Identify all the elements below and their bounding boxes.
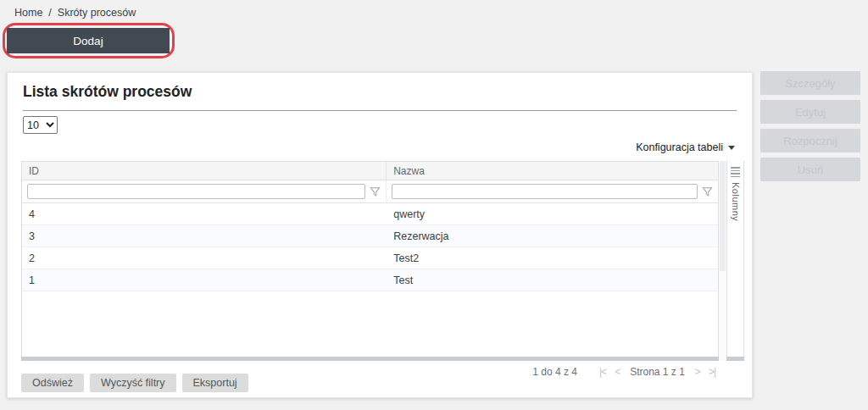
delete-button[interactable]: Usuń [760, 158, 860, 181]
export-button[interactable]: Eksportuj [182, 374, 248, 392]
column-header-nazwa[interactable]: Nazwa [387, 162, 718, 180]
last-page-button[interactable]: >| [709, 366, 715, 378]
table-config-label: Konfiguracja tabeli [636, 141, 723, 153]
cell-nazwa: qwerty [387, 203, 718, 224]
breadcrumb: Home / Skróty procesów [14, 7, 136, 19]
table-row[interactable]: 1 Test [22, 269, 718, 291]
table-row[interactable]: 2 Test2 [22, 247, 718, 269]
cell-id: 3 [22, 225, 387, 247]
page: Home / Skróty procesów Dodaj Lista skrót… [0, 0, 868, 410]
columns-tab-label: Kolumny [731, 182, 741, 221]
cell-id: 2 [22, 247, 387, 269]
refresh-button[interactable]: Odśwież [21, 374, 84, 392]
table-footer-actions: Odśwież Wyczyść filtry Eksportuj [21, 374, 248, 392]
panel-title: Lista skrótów procesów [23, 83, 192, 101]
filter-cell-nazwa [387, 180, 718, 202]
title-divider [23, 110, 737, 111]
next-page-button[interactable]: > [695, 366, 700, 378]
table-header-row: ID Nazwa [22, 162, 718, 180]
first-page-button[interactable]: |< [599, 366, 606, 378]
table-container: ID Nazwa [21, 161, 744, 361]
data-table: ID Nazwa [21, 161, 719, 361]
column-header-id[interactable]: ID [22, 162, 387, 180]
pagination-page-label: Strona 1 z 1 [630, 366, 685, 378]
add-button[interactable]: Dodaj [7, 28, 170, 53]
pagination: 1 do 4 z 4 |< < Strona 1 z 1 > >| [532, 366, 715, 378]
pagination-range-label: 1 do 4 z 4 [532, 366, 577, 378]
table-row[interactable]: 3 Rezerwacja [22, 225, 718, 247]
cell-id: 1 [22, 269, 387, 291]
page-size-select[interactable]: 10 [23, 116, 58, 134]
cell-nazwa: Test [387, 269, 718, 291]
horizontal-scrollbar[interactable] [21, 357, 744, 361]
chevron-down-icon [728, 146, 735, 150]
details-button[interactable]: Szczegóły [760, 71, 860, 95]
vertical-scrollbar-thumb[interactable] [720, 161, 726, 271]
breadcrumb-current: Skróty procesów [58, 7, 136, 19]
process-shortcuts-panel: Lista skrótów procesów 10 Konfiguracja t… [7, 72, 753, 398]
table-filter-row [22, 180, 718, 203]
edit-button[interactable]: Edytuj [760, 100, 860, 124]
breadcrumb-separator: / [48, 7, 51, 19]
grip-lines-icon [731, 167, 740, 177]
columns-side-tab[interactable]: Kolumny [726, 161, 744, 361]
table-config-dropdown[interactable]: Konfiguracja tabeli [636, 141, 735, 153]
nazwa-filter-input[interactable] [392, 184, 698, 199]
start-button[interactable]: Rozpocznij [760, 129, 860, 152]
id-filter-input[interactable] [27, 184, 365, 199]
table-row[interactable]: 4 qwerty [22, 203, 718, 225]
filter-cell-id [22, 180, 387, 202]
cell-id: 4 [22, 203, 387, 224]
clear-filters-button[interactable]: Wyczyść filtry [90, 374, 176, 392]
breadcrumb-home-link[interactable]: Home [14, 7, 42, 19]
cell-nazwa: Test2 [387, 247, 718, 269]
vertical-scrollbar-track[interactable] [719, 161, 726, 361]
table-empty-area [22, 291, 718, 360]
filter-icon[interactable] [702, 186, 713, 197]
cell-nazwa: Rezerwacja [387, 225, 718, 247]
previous-page-button[interactable]: < [615, 366, 620, 378]
filter-icon[interactable] [370, 186, 381, 197]
